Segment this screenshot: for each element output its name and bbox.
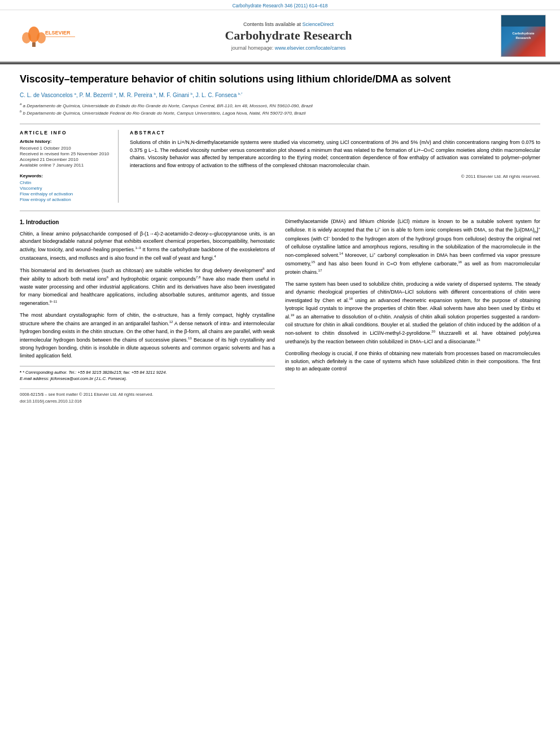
body-para-r2: The same system has been used to solubil… bbox=[285, 281, 540, 346]
journal-logo-area: CarbohydrateResearch bbox=[498, 15, 549, 57]
footnote-corresponding: * * Corresponding author. Tel.: +55 84 3… bbox=[20, 369, 275, 375]
journal-logo-text: CarbohydrateResearch bbox=[512, 32, 534, 41]
keyword-3: Flow enthalpy of activation bbox=[20, 191, 111, 196]
abstract-col: ABSTRACT Solutions of chitin in Li+/N,N-… bbox=[130, 130, 540, 203]
article-info-col: ARTICLE INFO Article history: Received 1… bbox=[20, 130, 119, 203]
journal-homepage: journal homepage: www.elsevier.com/locat… bbox=[79, 45, 498, 51]
contents-available-line: Contents lists available at ScienceDirec… bbox=[79, 21, 498, 27]
copyright-note: © 2011 Elsevier Ltd. All rights reserved… bbox=[130, 174, 540, 179]
sciencedirect-link[interactable]: ScienceDirect bbox=[303, 21, 334, 27]
body-para-r1: Dimethylacetamide (DMA) and lithium chlo… bbox=[285, 218, 540, 277]
svg-point-3 bbox=[37, 32, 46, 43]
intro-heading: 1. Introduction bbox=[20, 218, 275, 227]
top-banner: Carbohydrate Research 346 (2011) 614–618 bbox=[0, 0, 560, 10]
body-para-3: The most abundant crystallographic form … bbox=[20, 312, 275, 360]
journal-ref: Carbohydrate Research 346 (2011) 614–618 bbox=[232, 3, 327, 8]
doi-line: doi:10.1016/j.carres.2010.12.016 bbox=[20, 398, 275, 405]
main-body-two-col: 1. Introduction Chitin, a linear amino p… bbox=[20, 211, 540, 404]
body-col-right: Dimethylacetamide (DMA) and lithium chlo… bbox=[285, 218, 540, 404]
publisher-logo-area: ELSEVIER bbox=[11, 22, 79, 50]
svg-rect-4 bbox=[32, 42, 36, 47]
abstract-label: ABSTRACT bbox=[130, 130, 540, 136]
journal-logo-box: CarbohydrateResearch bbox=[501, 15, 546, 57]
journal-title: Carbohydrate Research bbox=[79, 28, 498, 43]
accepted-date: Accepted 21 December 2010 bbox=[20, 157, 111, 162]
affiliation-b: b b Departamento de Química, Universidad… bbox=[20, 109, 540, 117]
body-col-left: 1. Introduction Chitin, a linear amino p… bbox=[20, 218, 275, 404]
abstract-text: Solutions of chitin in Li+/N,N-dimethyla… bbox=[130, 139, 540, 169]
keywords-label: Keywords: bbox=[20, 173, 111, 178]
footnote-section: * * Corresponding author. Tel.: +55 84 3… bbox=[20, 366, 275, 382]
affiliation-a: a a Departamento de Química, Universidad… bbox=[20, 102, 540, 110]
keyword-2: Viscometry bbox=[20, 186, 111, 191]
body-para-2: This biomaterial and its derivatives (su… bbox=[20, 267, 275, 308]
body-para-r3: Controlling rheology is crucial, if one … bbox=[285, 350, 540, 374]
body-para-1: Chitin, a linear amino polysaccharide co… bbox=[20, 230, 275, 263]
article-info-label: ARTICLE INFO bbox=[20, 130, 111, 136]
article-body: Viscosity–temperature behavior of chitin… bbox=[0, 64, 560, 416]
issn-line: 0008-6215/$ – see front matter © 2011 El… bbox=[20, 391, 275, 398]
header-center: Contents lists available at ScienceDirec… bbox=[79, 21, 498, 51]
history-label: Article history: bbox=[20, 139, 111, 144]
header-area: ELSEVIER Contents lists available at Sci… bbox=[0, 10, 560, 63]
keyword-1: Chitin bbox=[20, 180, 111, 185]
svg-text:ELSEVIER: ELSEVIER bbox=[45, 30, 71, 36]
affiliations-block: a a Departamento de Química, Universidad… bbox=[20, 102, 540, 117]
article-title: Viscosity–temperature behavior of chitin… bbox=[20, 73, 540, 86]
authors-text: C. L. de Vasconcelos a, P. M. Bezerril a… bbox=[20, 92, 242, 98]
keyword-4: Flow entropy of activation bbox=[20, 197, 111, 202]
homepage-link[interactable]: www.elsevier.com/locate/carres bbox=[275, 45, 346, 51]
bottom-bar: 0008-6215/$ – see front matter © 2011 El… bbox=[20, 388, 275, 404]
authors-line: C. L. de Vasconcelos a, P. M. Bezerril a… bbox=[20, 91, 540, 98]
revised-date: Received in revised form 25 November 201… bbox=[20, 151, 111, 156]
footnote-email: E-mail address: jlcfonseca@uol.com.br (J… bbox=[20, 375, 275, 382]
available-date: Available online 7 January 2011 bbox=[20, 163, 111, 168]
svg-point-2 bbox=[22, 32, 31, 43]
elsevier-logo-icon: ELSEVIER bbox=[14, 22, 76, 50]
received-date: Received 1 October 2010 bbox=[20, 146, 111, 151]
article-info-abstract-section: ARTICLE INFO Article history: Received 1… bbox=[20, 124, 540, 203]
